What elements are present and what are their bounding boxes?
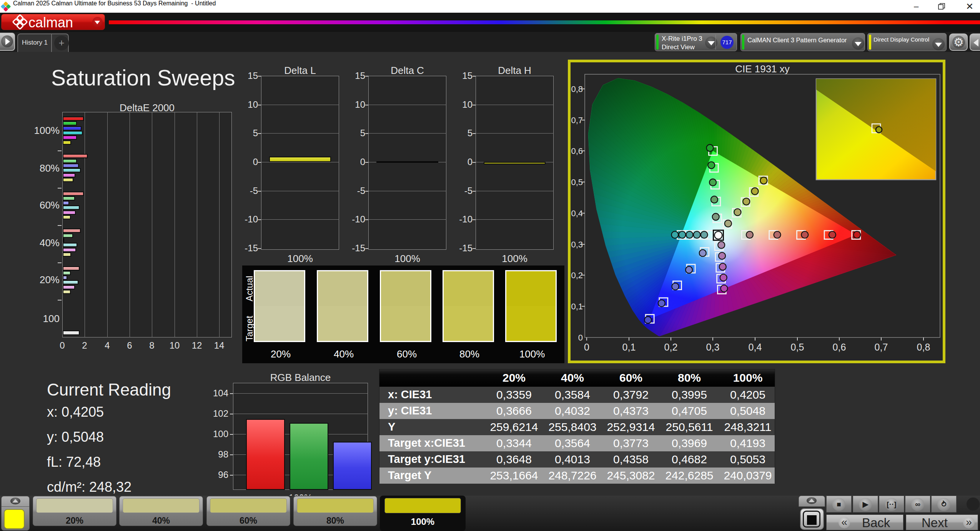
svg-text:0,8: 0,8 xyxy=(571,84,583,94)
svg-text:0,2: 0,2 xyxy=(664,342,678,352)
svg-text:0: 0 xyxy=(584,342,589,352)
svg-text:0,3: 0,3 xyxy=(571,240,583,249)
svg-text:CIE 1931 xy: CIE 1931 xy xyxy=(735,63,790,75)
svg-text:0,6: 0,6 xyxy=(571,146,583,156)
svg-text:0,7: 0,7 xyxy=(571,115,583,125)
svg-text:0,8: 0,8 xyxy=(917,342,930,352)
svg-text:0,7: 0,7 xyxy=(875,342,888,352)
svg-text:0,4: 0,4 xyxy=(749,342,762,352)
svg-text:0,5: 0,5 xyxy=(791,342,804,352)
svg-text:0,1: 0,1 xyxy=(571,302,583,311)
svg-text:0,2: 0,2 xyxy=(571,271,583,280)
svg-text:0: 0 xyxy=(578,333,583,342)
svg-text:0,6: 0,6 xyxy=(833,342,846,352)
svg-text:0,4: 0,4 xyxy=(571,209,583,218)
svg-text:0,1: 0,1 xyxy=(622,342,636,352)
svg-text:0,5: 0,5 xyxy=(571,177,583,187)
svg-text:0,3: 0,3 xyxy=(706,342,720,352)
